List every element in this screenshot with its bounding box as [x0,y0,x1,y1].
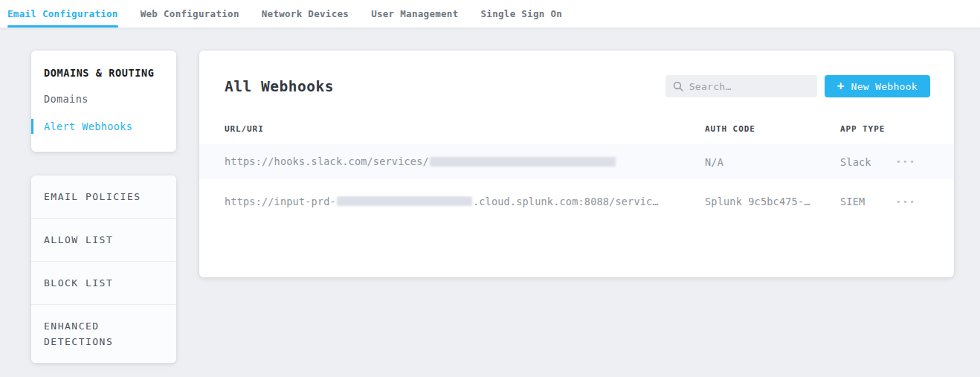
tab-network-devices[interactable]: Network Devices [262,0,349,28]
search-input[interactable] [689,81,810,92]
sidebar-item-alert-webhooks[interactable]: Alert Webhooks [31,119,176,134]
row-menu-icon[interactable]: ••• [896,197,916,207]
table-row-splunk-webhook[interactable]: https://input-prd-.cloud.splunk.com:8088… [199,179,954,224]
search-box [665,75,817,97]
sidebar-group-domains-routing: DOMAINS & ROUTING Domains Alert Webhooks [31,51,176,152]
top-nav: Email Configuration Web Configuration Ne… [0,0,980,28]
table-row-slack-webhook[interactable]: https://hooks.slack.com/services/ N/A Sl… [199,144,954,179]
redacted-url-segment [337,196,472,206]
sidebar-item-enhanced-detections[interactable]: ENHANCED DETECTIONS [31,305,176,363]
webhook-auth-code: N/A [705,156,840,168]
webhook-app-type: SIEM [840,196,896,207]
sidebar-item-allow-list[interactable]: ALLOW LIST [31,219,176,262]
sidebar-group-policies: EMAIL POLICIES ALLOW LIST BLOCK LIST ENH… [31,175,176,363]
webhooks-panel: All Webhooks + New Webhook URL/URI AUTH … [199,51,954,277]
webhook-app-type: Slack [840,156,896,168]
new-webhook-button-label: New Webhook [851,81,918,92]
column-header-url: URL/URI [225,124,705,134]
tab-single-sign-on[interactable]: Single Sign On [481,0,563,28]
column-header-app-type: APP TYPE [840,124,896,134]
webhook-url: https://input-prd-.cloud.splunk.com:8088… [225,196,705,208]
search-icon [673,81,683,91]
new-webhook-button[interactable]: + New Webhook [825,75,930,97]
page-title: All Webhooks [225,78,334,95]
webhook-url: https://hooks.slack.com/services/ [225,155,705,168]
webhook-auth-code: Splunk 9c5bc475-… [705,196,840,207]
table-header: URL/URI AUTH CODE APP TYPE [199,123,954,135]
panel-header: All Webhooks + New Webhook [199,51,954,114]
plus-icon: + [837,80,845,92]
sidebar-item-domains[interactable]: Domains [31,91,176,106]
tab-web-configuration[interactable]: Web Configuration [141,0,239,28]
tab-user-management[interactable]: User Management [371,0,458,28]
page-body: DOMAINS & ROUTING Domains Alert Webhooks… [0,28,980,363]
column-header-auth-code: AUTH CODE [705,124,840,134]
redacted-url-segment [430,157,616,167]
row-menu-icon[interactable]: ••• [896,157,916,167]
sidebar: DOMAINS & ROUTING Domains Alert Webhooks… [31,51,176,363]
tab-email-configuration[interactable]: Email Configuration [7,0,118,28]
sidebar-item-block-list[interactable]: BLOCK LIST [31,262,176,305]
sidebar-group-heading: DOMAINS & ROUTING [31,67,176,79]
sidebar-item-email-policies[interactable]: EMAIL POLICIES [31,175,176,219]
